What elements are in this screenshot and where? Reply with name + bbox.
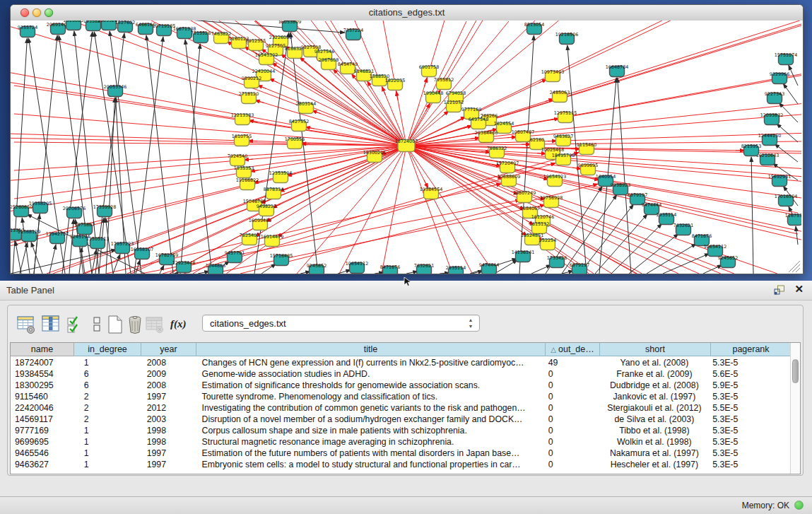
table-cell[interactable]: 1998 bbox=[141, 436, 196, 448]
table-cell[interactable]: 5.3E-5 bbox=[710, 391, 790, 402]
graph-node[interactable]: 16958107 bbox=[131, 247, 154, 259]
table-cell[interactable]: Disruption of a novel member of a sodium… bbox=[196, 414, 545, 425]
graph-node[interactable]: 13942757 bbox=[46, 231, 69, 244]
graph-node[interactable]: 8878334 bbox=[264, 187, 283, 199]
table-cell[interactable]: 0 bbox=[545, 380, 599, 391]
graph-node[interactable]: 252254 bbox=[539, 238, 556, 250]
graph-edge[interactable] bbox=[106, 98, 115, 274]
table-cell[interactable]: Dudbridge et al. (2008) bbox=[599, 380, 710, 391]
graph-node[interactable]: 8427552 bbox=[289, 119, 309, 132]
table-cell[interactable]: 1 bbox=[74, 448, 141, 459]
table-options-icon[interactable] bbox=[16, 314, 36, 335]
graph-edge[interactable] bbox=[14, 146, 406, 199]
graph-edge[interactable] bbox=[367, 81, 372, 89]
graph-edge[interactable] bbox=[789, 65, 798, 86]
graph-edge[interactable] bbox=[11, 27, 406, 146]
graph-node[interactable]: 12093832 bbox=[760, 112, 784, 125]
table-cell[interactable]: 5.6E-5 bbox=[710, 368, 790, 380]
table-cell[interactable]: 0 bbox=[545, 368, 599, 380]
graph-node[interactable]: 16648784 bbox=[606, 64, 629, 77]
graph-node[interactable]: 16914479 bbox=[261, 234, 284, 247]
graph-node[interactable]: 9699695 bbox=[578, 163, 598, 175]
graph-node[interactable]: 16053809 bbox=[278, 21, 302, 32]
network-canvas[interactable]: 9355724206914062526065193582910653287152… bbox=[11, 21, 803, 274]
table-cell[interactable]: Corpus callosum shape and size in male p… bbox=[196, 425, 545, 436]
table-cell[interactable]: 1997 bbox=[141, 391, 196, 402]
column-header-title[interactable]: title bbox=[196, 343, 546, 356]
graph-node[interactable]: 10973493 bbox=[541, 69, 565, 82]
graph-node[interactable]: 17359928 bbox=[93, 204, 117, 217]
table-cell[interactable]: 5.3E-5 bbox=[710, 448, 790, 459]
graph-edge[interactable] bbox=[425, 78, 428, 86]
table-cell[interactable]: 1 bbox=[74, 357, 141, 368]
table-cell[interactable]: 2012 bbox=[141, 402, 196, 414]
graph-node[interactable]: 7924540 bbox=[228, 153, 247, 166]
graph-node[interactable]: 7625402 bbox=[240, 233, 259, 245]
graph-node[interactable]: 16543302 bbox=[255, 52, 278, 65]
column-header-out_de[interactable]: △out_de… bbox=[546, 343, 600, 356]
table-cell[interactable]: 9777169 bbox=[11, 425, 74, 436]
table-cell[interactable]: 6 bbox=[74, 380, 141, 391]
table-cell[interactable]: 1997 bbox=[141, 448, 196, 459]
table-cell[interactable]: 1998 bbox=[141, 425, 196, 436]
graph-node[interactable]: 18724007 bbox=[395, 139, 418, 152]
graph-node[interactable]: 8912355 bbox=[246, 38, 266, 51]
graph-edge[interactable] bbox=[34, 214, 40, 274]
table-cell[interactable]: 2009 bbox=[141, 368, 196, 380]
canvas-resize-grip[interactable] bbox=[789, 261, 800, 272]
graph-node[interactable]: 8215953 bbox=[741, 144, 761, 156]
table-cell[interactable]: 5.3E-5 bbox=[710, 414, 790, 425]
graph-node[interactable]: 9329966 bbox=[770, 71, 789, 84]
graph-edge[interactable] bbox=[16, 241, 21, 274]
graph-node[interactable]: 12444150 bbox=[758, 133, 782, 146]
graph-edge[interactable] bbox=[406, 146, 801, 240]
graph-edge[interactable] bbox=[49, 245, 56, 274]
table-cell[interactable]: 5.3E-5 bbox=[710, 436, 790, 448]
table-cell[interactable]: 18300295 bbox=[11, 380, 74, 391]
table-cell[interactable]: Genome-wide association studies in ADHD. bbox=[196, 368, 545, 380]
network-view-window[interactable]: citations_edges.txt 93557242069140625260… bbox=[10, 4, 804, 274]
table-cell[interactable]: Franke et al. (2009) bbox=[599, 368, 710, 380]
table-row[interactable]: 977716911998Corpus callosum shape and si… bbox=[11, 425, 790, 436]
graph-edge[interactable] bbox=[406, 146, 678, 274]
graph-edge[interactable] bbox=[406, 21, 800, 146]
column-header-pagerank[interactable]: pagerank bbox=[711, 343, 792, 356]
graph-node[interactable]: 7632621 bbox=[673, 223, 693, 235]
graph-node[interactable]: 9890212 bbox=[242, 76, 261, 88]
selected-rows-icon[interactable] bbox=[66, 314, 86, 335]
graph-node[interactable]: 1733426 bbox=[547, 255, 567, 268]
graph-node[interactable]: 10654112 bbox=[346, 261, 369, 274]
table-cell[interactable]: 5.5E-5 bbox=[710, 402, 790, 414]
table-row[interactable]: 946554611997Estimation of the future num… bbox=[11, 448, 790, 459]
graph-node[interactable]: 6901758 bbox=[419, 64, 439, 77]
graph-node[interactable]: 6879197 bbox=[570, 262, 589, 274]
table-cell[interactable]: Stergiakouli et al. (2012) bbox=[599, 402, 710, 414]
graph-node[interactable]: 9474444 bbox=[479, 262, 499, 274]
graph-node[interactable]: 19218506 bbox=[555, 32, 579, 45]
float-window-icon[interactable] bbox=[774, 285, 785, 296]
graph-node[interactable]: 15751074 bbox=[775, 52, 798, 65]
graph-node[interactable]: 9498222 bbox=[257, 204, 276, 216]
table-cell[interactable]: 9115460 bbox=[11, 391, 74, 402]
graph-node[interactable]: 9457791 bbox=[225, 250, 245, 263]
graph-node[interactable]: 2967608 bbox=[319, 57, 339, 70]
graph-edge[interactable] bbox=[11, 146, 406, 246]
table-cell[interactable]: 9465546 bbox=[11, 448, 74, 459]
node-table[interactable]: namein_degreeyeartitle△out_de…shortpager… bbox=[10, 342, 801, 474]
column-header-name[interactable]: name bbox=[11, 343, 74, 356]
table-cell[interactable]: 1997 bbox=[141, 459, 196, 470]
graph-node[interactable]: 7632621 bbox=[414, 263, 434, 274]
table-cell[interactable]: 9699695 bbox=[11, 436, 74, 448]
table-row[interactable]: 911546021997Tourette syndrome. Phenomeno… bbox=[11, 391, 790, 402]
graph-node[interactable]: 20053346 bbox=[104, 84, 127, 97]
table-row[interactable]: 1830029562008Estimation of significance … bbox=[11, 380, 790, 391]
table-cell[interactable]: 0 bbox=[545, 391, 599, 402]
table-cell[interactable]: Tibbo et al. (1998) bbox=[599, 425, 710, 436]
table-cell[interactable]: 22420046 bbox=[11, 402, 74, 414]
graph-node[interactable]: 9463627 bbox=[553, 134, 573, 146]
graph-node[interactable]: 8813054 bbox=[524, 22, 544, 35]
graph-edge[interactable] bbox=[406, 271, 418, 274]
row-height-icon[interactable] bbox=[88, 314, 107, 335]
table-cell[interactable]: Hescheler et al. (1997) bbox=[599, 459, 710, 470]
table-cell[interactable]: Estimation of the future numbers of pati… bbox=[196, 448, 545, 459]
